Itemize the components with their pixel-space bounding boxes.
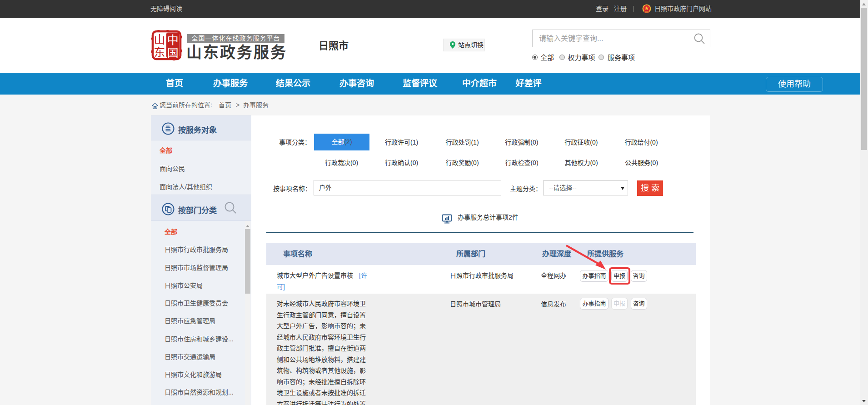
svg-text:中: 中 [167, 34, 179, 46]
svg-text:山: 山 [154, 33, 165, 46]
